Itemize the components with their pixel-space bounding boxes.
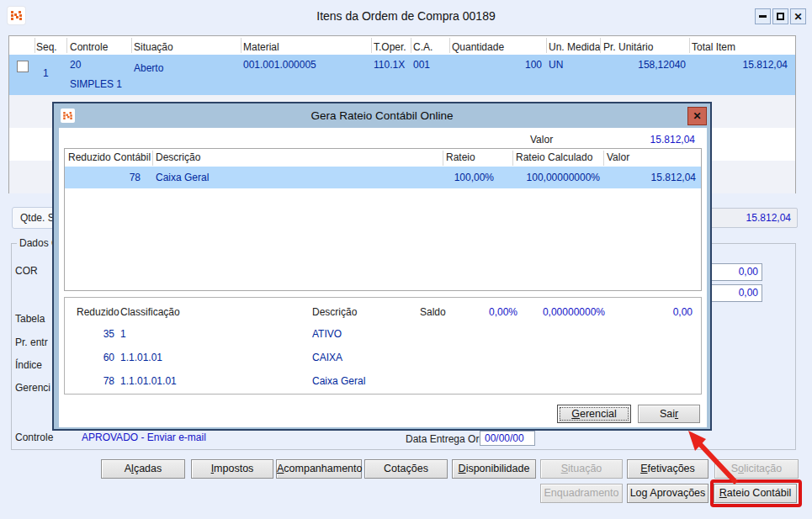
highlight-box: Rateio Contábil — [710, 479, 802, 507]
col-seq: Seq. — [36, 41, 57, 53]
col-rateio-calculado: Rateio Calculado — [516, 151, 592, 163]
solicitacao-button: Solicitação — [714, 459, 799, 479]
cell-valor: 15.812,04 — [607, 172, 696, 183]
cell-prunitario: 158,12040 — [600, 59, 686, 71]
data-entrega-field[interactable]: 00/00/00 — [480, 431, 535, 446]
modal-content: Valor 15.812,04 Reduzido Contábil Descri… — [59, 128, 707, 427]
modal-logo-icon — [61, 109, 75, 123]
acct-classificacao: 1.1.01.01.01 — [120, 375, 177, 387]
col-prunitario: Pr. Unitário — [603, 41, 653, 53]
modal-close-button[interactable]: ✕ — [687, 107, 707, 125]
col-toper: T.Oper. — [374, 41, 406, 53]
window-title: Itens da Ordem de Compra 00189 — [0, 0, 812, 32]
col-descricao: Descrição — [156, 151, 200, 163]
cotacoes-button[interactable]: Cotações — [364, 459, 448, 479]
row-checkbox[interactable] — [17, 61, 29, 72]
impostos-button[interactable]: Impostos — [191, 459, 273, 479]
situacao-button: Situação — [540, 459, 623, 479]
rateio-table: Reduzido Contábil Descrição Rateio Ratei… — [64, 148, 702, 291]
cell-seq: 1 — [43, 67, 49, 79]
minimize-button[interactable] — [755, 8, 771, 24]
close-button[interactable]: ✕ — [790, 8, 806, 24]
acct-classificacao: 1 — [120, 328, 126, 340]
efetivacoes-button[interactable]: Efetivações — [627, 459, 709, 479]
controle-label: Controle — [15, 432, 53, 443]
acct-reduzido: 60 — [81, 352, 114, 363]
hdr-descricao: Descrição — [312, 306, 357, 318]
sair-button[interactable]: Sair — [638, 405, 700, 423]
col-valor: Valor — [607, 151, 629, 163]
col-rateio: Rateio — [446, 151, 475, 163]
alcadas-button[interactable]: Alçadas — [101, 459, 185, 479]
col-situacao: Situação — [134, 41, 173, 53]
acct-descricao: Caixa Geral — [312, 375, 365, 387]
col-ca: C.A. — [413, 41, 433, 53]
saldo-valor: 0,00 — [608, 306, 693, 318]
col-controle: Controle — [70, 41, 108, 53]
app-logo-icon — [8, 7, 25, 24]
cor-label: COR — [15, 265, 38, 277]
modal-close-icon: ✕ — [693, 110, 701, 122]
hdr-reduzido: Reduzido — [77, 306, 119, 318]
col-material: Material — [243, 41, 279, 53]
account-row[interactable]: 35 1 ATIVO — [65, 328, 701, 342]
rateio-modal: Gera Rateio Contábil Online ✕ Valor 15.8… — [52, 102, 712, 431]
tabela-label: Tabela — [15, 313, 45, 325]
cell-controle-1: 20 — [70, 59, 81, 71]
account-row[interactable]: 60 1.1.01.01 CAIXA — [65, 352, 701, 365]
maximize-button[interactable] — [772, 8, 788, 24]
indice-label: Índice — [15, 359, 42, 371]
modal-title: Gera Rateio Contábil Online — [54, 103, 710, 128]
cell-quantidade: 100 — [449, 59, 542, 71]
acct-descricao: CAIXA — [312, 352, 342, 363]
col-totalitem: Total Item — [692, 41, 735, 53]
col-reduzido-contabil: Reduzido Contábil — [68, 151, 151, 163]
table-row[interactable]: 1 20 SIMPLES 1 Aberto 001.001.000005 110… — [9, 55, 795, 95]
cell-situacao: Aberto — [134, 62, 163, 74]
saldo-pct-calc: 0,00000000% — [517, 306, 605, 318]
cell-descricao: Caixa Geral — [156, 172, 209, 183]
minimize-icon — [759, 15, 767, 18]
cell-rateio: 100,00% — [400, 172, 494, 183]
cell-totalitem: 15.812,04 — [695, 59, 788, 71]
app-window: Itens da Ordem de Compra 00189 ✕ Seq. Co… — [0, 0, 812, 519]
enquadramento-button: Enquadramento — [540, 484, 623, 503]
controle-value: APROVADO - Enviar e-mail — [82, 432, 206, 443]
log-aprovacoes-button[interactable]: Log Aprovações — [627, 484, 709, 503]
rateio-contabil-button[interactable]: Rateio Contábil — [714, 484, 797, 503]
qtde-saldo-button[interactable]: Qtde. S — [12, 207, 57, 229]
close-icon: ✕ — [793, 12, 802, 22]
maximize-icon — [777, 13, 784, 20]
gerencial-label: Gerenci — [15, 382, 50, 394]
cell-toper: 110.1X — [374, 59, 405, 71]
acct-reduzido: 35 — [81, 328, 114, 340]
hdr-classificacao: Classificação — [120, 306, 180, 318]
cell-rateio-calculado: 100,00000000% — [502, 172, 600, 183]
acompanhamento-button[interactable]: Acompanhamento — [276, 459, 362, 479]
valor-value: 15.812,04 — [564, 134, 695, 146]
account-row[interactable]: 78 1.1.01.01.01 Caixa Geral — [65, 375, 701, 389]
cell-material: 001.001.000005 — [243, 59, 316, 71]
rateio-row[interactable]: 78 Caixa Geral 100,00% 100,00000000% 15.… — [65, 167, 701, 188]
pr-entr-label: Pr. entr — [15, 336, 48, 348]
gerencial-button[interactable]: Gerencial — [557, 405, 631, 423]
acct-classificacao: 1.1.01.01 — [120, 352, 162, 363]
col-unmedida: Un. Medida — [549, 41, 600, 53]
cell-ca: 001 — [413, 59, 430, 71]
acct-descricao: ATIVO — [312, 328, 342, 340]
cell-controle-2: SIMPLES 1 — [70, 78, 122, 90]
acct-reduzido: 78 — [81, 375, 114, 387]
disponibilidade-button[interactable]: Disponibilidade — [452, 459, 536, 479]
cell-unmedida: UN — [549, 59, 563, 71]
saldo-pct: 0,00% — [433, 306, 517, 318]
col-quantidade: Quantidade — [452, 41, 504, 53]
cell-reduzido: 78 — [90, 172, 141, 183]
saldo-panel: Reduzido Classificação Descrição Saldo 0… — [64, 297, 702, 395]
